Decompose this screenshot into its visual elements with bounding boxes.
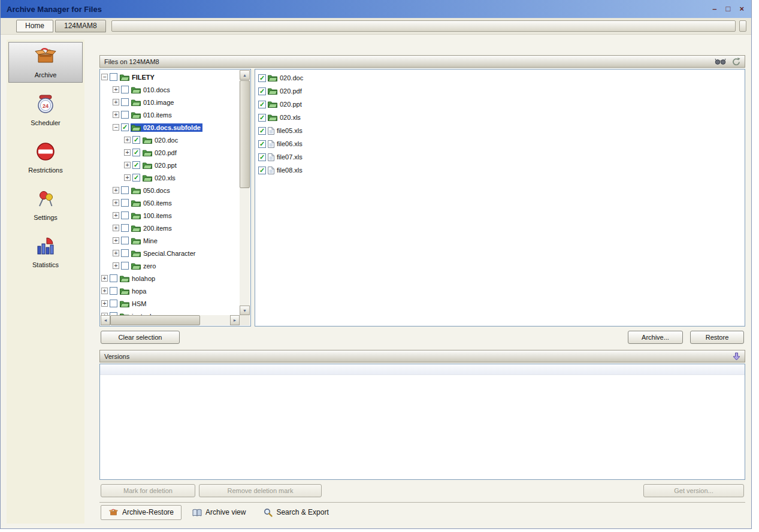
- tree-item[interactable]: +zero: [101, 259, 239, 272]
- expand-icon[interactable]: +: [124, 149, 131, 156]
- item-checkbox[interactable]: [121, 98, 129, 106]
- collapse-icon[interactable]: −: [113, 124, 119, 131]
- item-checkbox[interactable]: ✓: [258, 87, 266, 95]
- tree-item[interactable]: +✓020.doc: [101, 134, 239, 146]
- tree-item[interactable]: +050.items: [101, 197, 239, 209]
- item-checkbox[interactable]: ✓: [132, 161, 140, 169]
- sidebar-item-settings[interactable]: Settings: [8, 185, 83, 225]
- file-list-item[interactable]: ✓020.xls: [258, 111, 742, 124]
- item-checkbox[interactable]: ✓: [258, 101, 266, 108]
- expand-icon[interactable]: +: [124, 174, 131, 181]
- expand-icon[interactable]: +: [113, 225, 119, 231]
- clear-selection-button[interactable]: Clear selection: [101, 331, 180, 344]
- vertical-scrollbar-thumb[interactable]: [240, 80, 250, 188]
- refresh-icon[interactable]: [732, 58, 740, 65]
- expand-icon[interactable]: +: [113, 200, 119, 206]
- sidebar-item-restrictions[interactable]: Restrictions: [8, 138, 83, 177]
- expand-icon[interactable]: +: [113, 237, 119, 244]
- tree-item[interactable]: +100.items: [101, 209, 239, 222]
- scroll-down-button[interactable]: ▼: [240, 306, 250, 315]
- tree-item[interactable]: +200.items: [101, 222, 239, 234]
- item-checkbox[interactable]: [121, 224, 129, 232]
- item-checkbox[interactable]: [121, 86, 129, 93]
- expand-icon[interactable]: +: [113, 99, 119, 105]
- archive-button[interactable]: Archive...: [628, 331, 683, 344]
- scroll-left-button[interactable]: ◄: [101, 315, 110, 325]
- item-checkbox[interactable]: [121, 186, 129, 194]
- item-checkbox[interactable]: ✓: [132, 174, 140, 182]
- tab-archive-view[interactable]: Archive view: [185, 506, 253, 519]
- expand-icon[interactable]: +: [101, 275, 108, 282]
- expand-icon[interactable]: +: [101, 300, 108, 307]
- versions-list[interactable]: [99, 364, 745, 480]
- item-checkbox[interactable]: ✓: [258, 74, 266, 82]
- titlebar[interactable]: Archive Manager for Files – □ ×: [1, 0, 751, 18]
- mark-for-deletion-button[interactable]: Mark for deletion: [101, 484, 195, 497]
- file-list-item[interactable]: ✓file08.xls: [258, 164, 742, 177]
- file-list-item[interactable]: ✓020.pdf: [258, 84, 742, 98]
- tree-item[interactable]: +Special.Character: [101, 247, 239, 259]
- scroll-right-button[interactable]: ►: [230, 315, 240, 325]
- file-list-item[interactable]: ✓020.doc: [258, 71, 742, 84]
- item-checkbox[interactable]: [121, 199, 129, 207]
- collapse-icon[interactable]: −: [101, 74, 108, 80]
- item-checkbox[interactable]: [110, 274, 117, 282]
- expand-icon[interactable]: +: [113, 262, 119, 269]
- item-checkbox[interactable]: ✓: [132, 136, 140, 144]
- remove-deletion-mark-button[interactable]: Remove deletion mark: [199, 484, 322, 497]
- maximize-button[interactable]: □: [726, 0, 731, 18]
- tree-item[interactable]: +010.items: [101, 108, 239, 121]
- item-checkbox[interactable]: [121, 237, 129, 244]
- file-list-item[interactable]: ✓020.ppt: [258, 98, 742, 111]
- item-checkbox[interactable]: [121, 262, 129, 270]
- tab-home[interactable]: Home: [16, 20, 53, 32]
- tree-horizontal-scrollbar[interactable]: ◄ ►: [101, 315, 240, 325]
- file-list-item[interactable]: ✓file05.xls: [258, 124, 742, 137]
- item-checkbox[interactable]: ✓: [258, 127, 266, 135]
- get-version-button[interactable]: Get version...: [643, 484, 744, 497]
- tree-item[interactable]: +HSM: [101, 297, 239, 310]
- tree-item[interactable]: +inetpub: [101, 310, 239, 315]
- tree-item[interactable]: +hopa: [101, 285, 239, 297]
- item-checkbox[interactable]: [110, 287, 117, 295]
- tree-item[interactable]: +010.image: [101, 96, 239, 108]
- item-checkbox[interactable]: ✓: [258, 153, 266, 161]
- folder-tree[interactable]: −FILETY+010.docs+010.image+010.items−✓02…: [99, 69, 251, 327]
- file-list[interactable]: ✓020.doc✓020.pdf✓020.ppt✓020.xls✓file05.…: [255, 69, 745, 327]
- expand-icon[interactable]: +: [124, 137, 131, 143]
- tab-archive-restore[interactable]: Archive-Restore: [101, 505, 182, 520]
- item-checkbox[interactable]: [110, 73, 117, 81]
- file-list-item[interactable]: ✓file07.xls: [258, 150, 742, 164]
- down-arrow-icon[interactable]: [733, 352, 740, 361]
- tab-search-export[interactable]: Search & Export: [256, 506, 335, 519]
- tree-item[interactable]: +holahop: [101, 272, 239, 285]
- item-checkbox[interactable]: ✓: [121, 123, 129, 131]
- expand-icon[interactable]: +: [113, 212, 119, 219]
- tree-item[interactable]: +Mine: [101, 234, 239, 247]
- expand-icon[interactable]: +: [113, 111, 119, 118]
- item-checkbox[interactable]: [110, 300, 117, 307]
- minimize-button[interactable]: –: [712, 0, 716, 18]
- tree-item[interactable]: −FILETY: [101, 71, 239, 83]
- tree-item[interactable]: −✓020.docs.subfolde: [101, 121, 239, 134]
- tree-item[interactable]: +✓020.ppt: [101, 159, 239, 171]
- item-checkbox[interactable]: [121, 211, 129, 219]
- item-checkbox[interactable]: [121, 111, 129, 119]
- sidebar-item-archive[interactable]: Archive: [8, 42, 83, 83]
- sidebar-item-statistics[interactable]: Statistics: [8, 232, 83, 272]
- tab-end-button[interactable]: [739, 20, 746, 32]
- item-checkbox[interactable]: [121, 249, 129, 257]
- expand-icon[interactable]: +: [113, 86, 119, 93]
- item-checkbox[interactable]: ✓: [258, 140, 266, 148]
- file-list-item[interactable]: ✓file06.xls: [258, 137, 742, 150]
- expand-icon[interactable]: +: [113, 187, 119, 194]
- expand-icon[interactable]: +: [113, 250, 119, 256]
- close-button[interactable]: ×: [739, 0, 744, 18]
- scroll-up-button[interactable]: ▲: [240, 70, 250, 80]
- item-checkbox[interactable]: ✓: [132, 149, 140, 156]
- horizontal-scrollbar-thumb[interactable]: [110, 315, 200, 325]
- tree-item[interactable]: +050.docs: [101, 184, 239, 197]
- expand-icon[interactable]: +: [124, 162, 131, 168]
- binoculars-icon[interactable]: [715, 58, 726, 65]
- tree-item[interactable]: +✓020.pdf: [101, 146, 239, 159]
